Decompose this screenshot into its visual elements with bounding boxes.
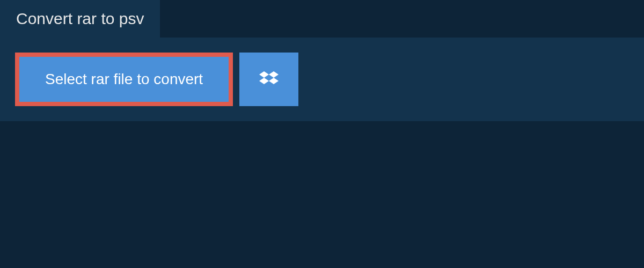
select-file-label: Select rar file to convert bbox=[45, 71, 203, 88]
dropbox-icon bbox=[259, 70, 279, 89]
tab-convert[interactable]: Convert rar to psv bbox=[0, 0, 160, 38]
dropbox-button[interactable] bbox=[239, 53, 298, 106]
tab-title: Convert rar to psv bbox=[16, 10, 144, 27]
content-panel: Select rar file to convert bbox=[0, 38, 644, 121]
select-file-button[interactable]: Select rar file to convert bbox=[15, 53, 233, 106]
tab-bar: Convert rar to psv bbox=[0, 0, 644, 38]
